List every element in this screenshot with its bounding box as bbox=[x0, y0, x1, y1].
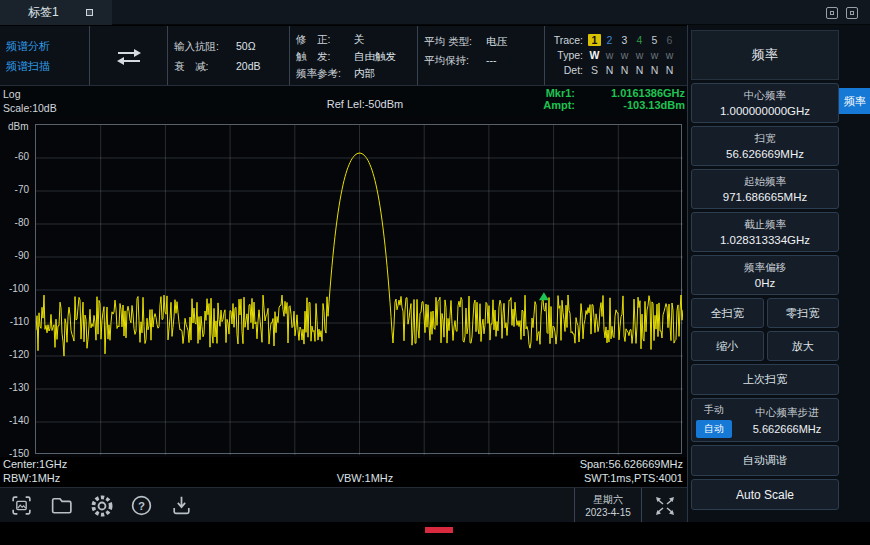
step-value: 5.662666MHz bbox=[753, 423, 822, 435]
trace-4-type: w bbox=[632, 49, 647, 61]
center-freq-step-button[interactable]: 手动 自动 中心频率步进 5.662666MHz bbox=[691, 398, 839, 442]
bottom-strip bbox=[0, 522, 870, 545]
trace-1-det: S bbox=[587, 64, 602, 76]
frequency-menu-panel: 频率 中心频率 1.000000000GHz 扫宽 56.626669MHz 起… bbox=[687, 25, 870, 522]
trace-row-label: Trace: bbox=[547, 34, 587, 46]
trace-5-num[interactable]: 5 bbox=[647, 34, 662, 46]
start-frequency-label: 起始频率 bbox=[744, 175, 786, 189]
ampt-value: -103.13dBm bbox=[585, 99, 685, 111]
stop-frequency-label: 截止频率 bbox=[744, 218, 786, 232]
tab-label1[interactable]: 标签1 bbox=[0, 0, 112, 25]
attenuation-value: 20dB bbox=[236, 60, 261, 74]
trace-4-det: N bbox=[632, 64, 647, 76]
center-frequency-value: 1.000000000GHz bbox=[720, 105, 810, 117]
trace-3-num[interactable]: 3 bbox=[617, 34, 632, 46]
span-readout: Span:56.626669MHz bbox=[580, 458, 683, 470]
y-tick-label: -90 bbox=[0, 250, 29, 261]
center-frequency-button[interactable]: 中心频率 1.000000000GHz bbox=[691, 83, 839, 123]
trace-type-row: Type: W w w w w w bbox=[547, 48, 685, 61]
window-control-icon-1[interactable] bbox=[826, 7, 838, 19]
frequency-offset-value: 0Hz bbox=[755, 277, 775, 289]
y-axis-unit: dBm bbox=[8, 121, 29, 132]
span-value: 56.626669MHz bbox=[726, 148, 804, 160]
zoom-in-button[interactable]: 放大 bbox=[767, 331, 840, 361]
window-control-icon-2[interactable] bbox=[846, 7, 858, 19]
avg-hold-label: 平均保持: bbox=[424, 54, 486, 68]
marker-1-icon[interactable] bbox=[539, 292, 549, 300]
y-tick-label: -140 bbox=[0, 415, 29, 426]
trace-1-type: W bbox=[587, 49, 602, 61]
y-tick-label: -60 bbox=[0, 151, 29, 162]
avg-hold-value: --- bbox=[486, 54, 497, 68]
auto-toggle[interactable]: 自动 bbox=[696, 420, 732, 438]
help-icon: ? bbox=[129, 493, 154, 518]
mode-spectrum-sweep[interactable]: 频谱扫描 bbox=[6, 59, 84, 74]
repeat-icon bbox=[112, 46, 146, 68]
auto-tune-button[interactable]: 自动调谐 bbox=[691, 445, 839, 476]
trace-1-num[interactable]: 1 bbox=[588, 34, 601, 46]
sweep-loop-section[interactable] bbox=[90, 26, 168, 85]
last-span-button[interactable]: 上次扫宽 bbox=[691, 364, 839, 395]
trace-2-num[interactable]: 2 bbox=[602, 34, 617, 46]
trace-3-det: N bbox=[617, 64, 632, 76]
fullscreen-button[interactable] bbox=[642, 488, 687, 523]
folder-icon bbox=[49, 493, 74, 518]
avg-type-label: 平均 类型: bbox=[424, 35, 486, 49]
save-button[interactable] bbox=[168, 492, 195, 519]
svg-text:?: ? bbox=[138, 500, 145, 512]
frequency-side-tab[interactable]: 频率 bbox=[839, 88, 870, 114]
trace-2-det: N bbox=[602, 64, 617, 76]
screenshot-icon bbox=[9, 493, 34, 518]
stop-frequency-button[interactable]: 截止频率 1.028313334GHz bbox=[691, 212, 839, 252]
spectrum-trace-svg bbox=[36, 125, 683, 455]
span-button[interactable]: 扫宽 56.626669MHz bbox=[691, 126, 839, 166]
trace-4-num[interactable]: 4 bbox=[632, 34, 647, 46]
mkr-value: 1.0161386GHz bbox=[585, 87, 685, 99]
span-label: 扫宽 bbox=[755, 132, 776, 146]
fullscreen-arrows-icon bbox=[652, 495, 678, 517]
ampt-label: Ampt: bbox=[543, 99, 575, 111]
impedance-section: 输入抗阻:50Ω 衰 减:20dB bbox=[168, 26, 290, 85]
video-progress-marker bbox=[425, 527, 453, 533]
trace-5-type: w bbox=[647, 49, 662, 61]
trace-6-det: N bbox=[662, 64, 677, 76]
swt-readout: SWT:1ms,PTS:4001 bbox=[584, 472, 683, 484]
step-label: 中心频率步进 bbox=[756, 406, 819, 420]
zoom-out-button[interactable]: 缩小 bbox=[691, 331, 764, 361]
mode-spectrum-analysis[interactable]: 频谱分析 bbox=[6, 39, 84, 54]
download-icon bbox=[169, 493, 194, 518]
y-tick-label: -100 bbox=[0, 283, 29, 294]
date-display[interactable]: 星期六 2023-4-15 bbox=[574, 488, 642, 523]
impedance-label: 输入抗阻: bbox=[174, 40, 236, 54]
trigger-label: 触 发: bbox=[296, 50, 354, 64]
manual-label: 手动 bbox=[704, 403, 724, 417]
full-span-button[interactable]: 全扫宽 bbox=[691, 298, 764, 328]
gear-icon bbox=[89, 493, 115, 519]
correction-label: 修 正: bbox=[296, 33, 354, 47]
trace-6-num[interactable]: 6 bbox=[662, 34, 677, 46]
tab-indicator-icon[interactable] bbox=[86, 9, 93, 16]
trace-3-type: w bbox=[617, 49, 632, 61]
frequency-offset-button[interactable]: 频率偏移 0Hz bbox=[691, 255, 839, 295]
auto-scale-button[interactable]: Auto Scale bbox=[691, 479, 839, 510]
start-frequency-button[interactable]: 起始频率 971.686665MHz bbox=[691, 169, 839, 209]
trace-5-det: N bbox=[647, 64, 662, 76]
impedance-value: 50Ω bbox=[236, 40, 256, 54]
avg-type-value: 电压 bbox=[486, 35, 507, 49]
spectrum-plot[interactable] bbox=[35, 124, 682, 454]
files-button[interactable] bbox=[48, 492, 75, 519]
y-tick-label: -110 bbox=[0, 316, 29, 327]
screenshot-button[interactable] bbox=[8, 492, 35, 519]
panel-header: 频率 bbox=[691, 30, 839, 80]
trace-table: Trace: 1 2 3 4 5 6 Type: W w w w w w Det… bbox=[545, 26, 687, 85]
zero-span-button[interactable]: 零扫宽 bbox=[767, 298, 840, 328]
det-row-label: Det: bbox=[547, 64, 587, 76]
trace-det-row: Det: S N N N N N bbox=[547, 63, 685, 76]
help-button[interactable]: ? bbox=[128, 492, 155, 519]
status-bar: Center:1GHz Span:56.626669MHz RBW:1MHz V… bbox=[0, 457, 687, 487]
top-toolbar: 频谱分析 频谱扫描 输入抗阻:50Ω 衰 减:20dB 修 正:关 触 发:自由… bbox=[0, 26, 687, 85]
settings-button[interactable] bbox=[88, 492, 115, 519]
title-bar: 标签1 bbox=[0, 0, 870, 25]
trigger-value: 自由触发 bbox=[354, 50, 396, 64]
date-weekday: 星期六 bbox=[593, 493, 623, 506]
